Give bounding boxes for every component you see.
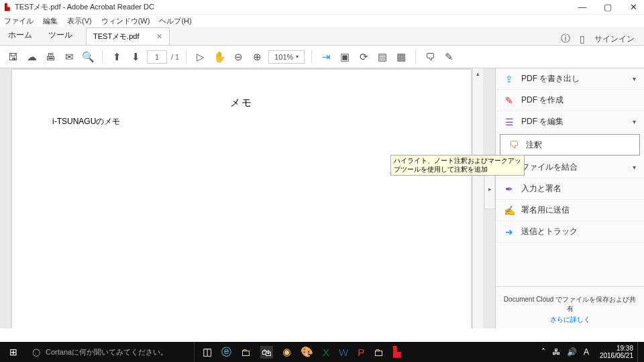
tool-item-5[interactable]: ✒入力と署名 bbox=[496, 178, 644, 200]
tool-item-7[interactable]: ➜送信とトラック bbox=[496, 221, 644, 243]
document-tab[interactable]: TESTメモ.pdf ✕ bbox=[86, 27, 170, 45]
tool-item-label: 送信とトラック bbox=[521, 226, 636, 237]
hand-icon[interactable]: ✋ bbox=[212, 50, 227, 64]
tab-bar: ホーム ツール TESTメモ.pdf ✕ ⓘ ▯ サインイン bbox=[0, 27, 644, 46]
document-viewport[interactable]: メモ i-TSUNAGUのメモ ▴ ▸ bbox=[0, 68, 495, 328]
email-icon[interactable]: ✉ bbox=[62, 50, 76, 64]
learn-more-link[interactable]: さらに詳しく bbox=[496, 315, 644, 328]
powerpoint-icon[interactable]: P bbox=[358, 347, 364, 358]
select-icon[interactable]: ▷ bbox=[193, 50, 208, 64]
menu-edit[interactable]: 編集 bbox=[43, 16, 58, 26]
main-toolbar: 🖫 ☁ 🖶 ✉ 🔍 ⬆ ⬇ 1 / 1 ▷ ✋ ⊖ ⊕ 101%▾ ⇥ ▣ ⟳ … bbox=[0, 46, 644, 68]
volume-icon[interactable]: 🔊 bbox=[567, 347, 577, 357]
doc-heading: メモ bbox=[52, 97, 431, 109]
window-controls: — ▢ ✕ bbox=[574, 2, 641, 12]
zoom-in-icon[interactable]: ⊕ bbox=[250, 50, 264, 64]
minimize-button[interactable]: — bbox=[574, 2, 590, 12]
clock-date: 2016/06/21 bbox=[600, 352, 633, 359]
clock-time: 19:38 bbox=[600, 345, 633, 352]
highlight-icon[interactable]: ✎ bbox=[441, 50, 456, 64]
window-titlebar: ▙ TESTメモ.pdf - Adobe Acrobat Reader DC —… bbox=[0, 0, 644, 15]
maximize-button[interactable]: ▢ bbox=[600, 2, 616, 12]
word-icon[interactable]: W bbox=[339, 347, 348, 358]
taskbar-clock[interactable]: 19:38 2016/06/21 bbox=[596, 345, 637, 359]
tool-item-label: 署名用に送信 bbox=[521, 204, 636, 216]
chevron-down-icon: ▾ bbox=[633, 75, 636, 82]
comment-icon[interactable]: 🗨 bbox=[423, 50, 437, 64]
tool-item-6[interactable]: ✍署名用に送信 bbox=[496, 200, 644, 221]
vertical-scrollbar[interactable]: ▴ bbox=[472, 68, 483, 328]
save-icon[interactable]: 🖫 bbox=[5, 50, 20, 64]
cortana-search[interactable]: ◯ Cortanaに何か聞いてみてください。 bbox=[27, 342, 195, 362]
doc-body-text: i-TSUNAGUのメモ bbox=[52, 116, 431, 127]
document-tab-label: TESTメモ.pdf bbox=[93, 32, 139, 42]
page-up-icon[interactable]: ⬆ bbox=[109, 50, 124, 64]
start-button[interactable]: ⊞ bbox=[0, 347, 27, 357]
acrobat-icon[interactable]: ▙ bbox=[393, 346, 401, 358]
page-count: / 1 bbox=[171, 53, 179, 61]
tool-item-icon: 🗨 bbox=[508, 139, 519, 150]
show-desktop-button[interactable] bbox=[637, 342, 644, 362]
search-icon[interactable]: 🔍 bbox=[80, 50, 95, 64]
comment-tooltip: ハイライト、ノート注釈およびマークアップツールを使用して注釈を追加 bbox=[390, 155, 525, 176]
menu-file[interactable]: ファイル bbox=[4, 16, 34, 26]
help-icon[interactable]: ⓘ bbox=[561, 33, 570, 45]
tray-chevron-icon[interactable]: ˄ bbox=[541, 347, 545, 357]
tool-item-label: PDF を作成 bbox=[521, 95, 636, 106]
scroll-up-icon[interactable]: ▴ bbox=[473, 68, 483, 79]
explorer-icon[interactable]: 🗀 bbox=[241, 347, 251, 358]
fit-page-icon[interactable]: ▣ bbox=[337, 50, 352, 64]
folder-icon[interactable]: 🗀 bbox=[374, 347, 384, 358]
signin-link[interactable]: サインイン bbox=[594, 34, 635, 45]
view-mode-icon[interactable]: ▤ bbox=[375, 50, 390, 64]
network-icon[interactable]: 🖧 bbox=[552, 347, 560, 357]
task-view-icon[interactable]: ◫ bbox=[203, 346, 212, 358]
tool-item-icon: ✍ bbox=[504, 205, 515, 216]
store-icon[interactable]: 🛍 bbox=[260, 346, 273, 359]
cloud-icon[interactable]: ☁ bbox=[24, 50, 39, 64]
page-input[interactable]: 1 bbox=[147, 50, 167, 64]
tool-item-icon: ✎ bbox=[504, 95, 515, 106]
pdf-page: メモ i-TSUNAGUのメモ bbox=[12, 70, 471, 328]
tool-item-1[interactable]: ✎PDF を作成 bbox=[496, 90, 644, 111]
app-icon: ▙ bbox=[3, 3, 12, 12]
tool-item-icon: ⇪ bbox=[504, 74, 515, 84]
tool-item-label: PDF を書き出し bbox=[521, 73, 626, 84]
chevron-down-icon: ▾ bbox=[633, 118, 636, 125]
menu-view[interactable]: 表示(V) bbox=[67, 16, 92, 26]
cortana-placeholder: Cortanaに何か聞いてみてください。 bbox=[46, 347, 168, 357]
close-button[interactable]: ✕ bbox=[625, 2, 641, 12]
system-tray[interactable]: ˄ 🖧 🔊 A bbox=[535, 347, 596, 357]
tool-item-label: 入力と署名 bbox=[521, 183, 636, 194]
cortana-icon: ◯ bbox=[32, 348, 40, 357]
tab-close-icon[interactable]: ✕ bbox=[156, 32, 162, 41]
tool-item-icon: ➜ bbox=[504, 227, 515, 237]
ime-icon[interactable]: A bbox=[584, 347, 589, 357]
excel-icon[interactable]: X bbox=[323, 347, 329, 358]
print-icon[interactable]: 🖶 bbox=[43, 50, 58, 64]
paint-icon[interactable]: 🎨 bbox=[301, 346, 313, 358]
rotate-icon[interactable]: ⟳ bbox=[356, 50, 371, 64]
zoom-dropdown[interactable]: 101%▾ bbox=[268, 50, 305, 64]
tab-home[interactable]: ホーム bbox=[0, 25, 40, 45]
chrome-icon[interactable]: ◉ bbox=[282, 346, 291, 358]
fit-width-icon[interactable]: ⇥ bbox=[319, 50, 333, 64]
tool-item-2[interactable]: ☰PDF を編集▾ bbox=[496, 111, 644, 133]
read-mode-icon[interactable]: ▦ bbox=[394, 50, 409, 64]
windows-taskbar: ⊞ ◯ Cortanaに何か聞いてみてください。 ◫ ⓔ 🗀 🛍 ◉ 🎨 X W… bbox=[0, 342, 644, 362]
menu-help[interactable]: ヘルプ(H) bbox=[159, 16, 191, 26]
tab-tools[interactable]: ツール bbox=[40, 25, 80, 45]
mobile-icon[interactable]: ▯ bbox=[580, 34, 585, 44]
tool-item-0[interactable]: ⇪PDF を書き出し▾ bbox=[496, 68, 644, 90]
tools-pane: ⇪PDF を書き出し▾✎PDF を作成☰PDF を編集▾🗨注釈◧ファイルを結合▾… bbox=[495, 68, 644, 328]
menu-bar: ファイル 編集 表示(V) ウィンドウ(W) ヘルプ(H) bbox=[0, 15, 644, 27]
edge-icon[interactable]: ⓔ bbox=[221, 346, 231, 359]
menu-window[interactable]: ウィンドウ(W) bbox=[101, 16, 150, 26]
tool-item-label: PDF を編集 bbox=[521, 116, 626, 127]
window-title: TESTメモ.pdf - Adobe Acrobat Reader DC bbox=[15, 2, 574, 12]
tool-item-3[interactable]: 🗨注釈 bbox=[500, 134, 640, 156]
tool-item-icon: ☰ bbox=[504, 117, 515, 127]
cloud-footer-message: Document Cloud でファイルを保存および共有 bbox=[496, 286, 644, 315]
zoom-out-icon[interactable]: ⊖ bbox=[231, 50, 246, 64]
page-down-icon[interactable]: ⬇ bbox=[128, 50, 143, 64]
